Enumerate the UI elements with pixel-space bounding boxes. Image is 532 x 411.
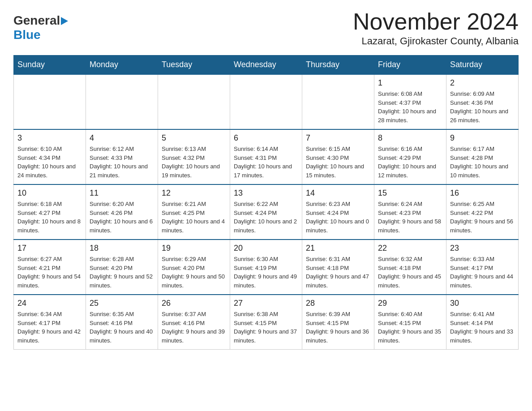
calendar-cell: 30Sunrise: 6:41 AMSunset: 4:14 PMDayligh… <box>446 295 519 350</box>
calendar-week-row: 1Sunrise: 6:08 AMSunset: 4:37 PMDaylight… <box>14 74 519 129</box>
day-info-line: Sunset: 4:24 PM <box>306 210 349 216</box>
day-info-line: Daylight: 9 hours and 36 minutes. <box>306 328 369 344</box>
day-info-line: Sunset: 4:18 PM <box>306 265 349 271</box>
day-info-line: Sunset: 4:15 PM <box>306 320 349 326</box>
day-info-line: Daylight: 9 hours and 39 minutes. <box>162 328 225 344</box>
day-info-line: Sunset: 4:29 PM <box>378 154 421 161</box>
day-number: 6 <box>234 133 298 143</box>
day-info: Sunrise: 6:37 AMSunset: 4:16 PMDaylight:… <box>162 310 226 345</box>
day-info-line: Sunrise: 6:16 AM <box>378 146 422 152</box>
day-info-line: Sunrise: 6:32 AM <box>378 256 422 262</box>
day-number: 12 <box>162 188 226 198</box>
day-info-line: Sunrise: 6:28 AM <box>90 256 134 262</box>
calendar-week-row: 17Sunrise: 6:27 AMSunset: 4:21 PMDayligh… <box>14 240 519 295</box>
day-info-line: Sunset: 4:33 PM <box>90 154 133 161</box>
day-info-line: Sunrise: 6:35 AM <box>90 311 134 317</box>
calendar-cell: 24Sunrise: 6:34 AMSunset: 4:17 PMDayligh… <box>14 295 86 350</box>
day-number: 23 <box>450 244 515 253</box>
calendar-cell: 9Sunrise: 6:17 AMSunset: 4:28 PMDaylight… <box>446 129 519 184</box>
day-info: Sunrise: 6:30 AMSunset: 4:19 PMDaylight:… <box>234 255 298 290</box>
day-info: Sunrise: 6:10 AMSunset: 4:34 PMDaylight:… <box>17 145 82 180</box>
day-info: Sunrise: 6:09 AMSunset: 4:36 PMDaylight:… <box>450 90 515 124</box>
day-info-line: Daylight: 10 hours and 24 minutes. <box>17 163 76 179</box>
day-number: 29 <box>378 299 442 308</box>
day-info-line: Sunset: 4:17 PM <box>450 265 493 271</box>
day-info-line: Daylight: 10 hours and 8 minutes. <box>17 218 81 234</box>
calendar-cell: 29Sunrise: 6:40 AMSunset: 4:15 PMDayligh… <box>374 295 446 350</box>
day-info-line: Sunrise: 6:15 AM <box>306 146 350 152</box>
day-info-line: Sunset: 4:21 PM <box>17 265 60 271</box>
calendar-cell: 13Sunrise: 6:22 AMSunset: 4:24 PMDayligh… <box>230 184 302 240</box>
day-info-line: Sunset: 4:34 PM <box>17 154 60 161</box>
day-info-line: Sunset: 4:27 PM <box>17 210 60 216</box>
day-info-line: Sunset: 4:23 PM <box>378 210 421 216</box>
logo: General Blue <box>13 13 69 42</box>
title-block: November 2024 Lazarat, Gjirokaster Count… <box>353 9 519 47</box>
day-info-line: Daylight: 10 hours and 4 minutes. <box>162 218 225 234</box>
day-info-line: Daylight: 9 hours and 54 minutes. <box>17 273 81 289</box>
day-number: 4 <box>90 133 154 143</box>
day-info-line: Daylight: 9 hours and 42 minutes. <box>17 328 81 344</box>
day-info: Sunrise: 6:34 AMSunset: 4:17 PMDaylight:… <box>17 310 82 345</box>
header-thursday: Thursday <box>302 56 374 75</box>
header-saturday: Saturday <box>446 56 519 75</box>
day-number: 13 <box>234 188 298 198</box>
header-monday: Monday <box>86 56 158 75</box>
calendar-cell: 20Sunrise: 6:30 AMSunset: 4:19 PMDayligh… <box>230 240 302 295</box>
day-info: Sunrise: 6:18 AMSunset: 4:27 PMDaylight:… <box>17 200 82 235</box>
day-number: 22 <box>378 244 442 253</box>
day-info: Sunrise: 6:25 AMSunset: 4:22 PMDaylight:… <box>450 200 515 235</box>
day-info-line: Sunset: 4:20 PM <box>90 265 133 271</box>
day-info-line: Sunrise: 6:08 AM <box>378 90 422 97</box>
day-info-line: Sunset: 4:28 PM <box>450 154 493 161</box>
day-number: 27 <box>234 299 298 308</box>
calendar-cell: 8Sunrise: 6:16 AMSunset: 4:29 PMDaylight… <box>374 129 446 184</box>
calendar-cell <box>230 74 302 129</box>
day-info-line: Daylight: 10 hours and 26 minutes. <box>450 108 508 124</box>
day-info-line: Sunset: 4:24 PM <box>234 210 277 216</box>
svg-marker-0 <box>61 17 68 25</box>
day-info-line: Sunrise: 6:17 AM <box>450 146 494 152</box>
calendar-cell <box>86 74 158 129</box>
day-info-line: Daylight: 10 hours and 21 minutes. <box>90 163 148 179</box>
day-info-line: Sunrise: 6:27 AM <box>17 256 62 262</box>
day-info: Sunrise: 6:33 AMSunset: 4:17 PMDaylight:… <box>450 255 515 290</box>
day-info-line: Sunset: 4:16 PM <box>90 320 133 326</box>
day-number: 18 <box>90 244 154 253</box>
day-number: 21 <box>306 244 370 253</box>
day-number: 17 <box>17 244 82 253</box>
day-info-line: Daylight: 9 hours and 49 minutes. <box>234 273 297 289</box>
day-number: 9 <box>450 133 515 143</box>
page-header: General Blue November 2024 Lazarat, Gjir… <box>13 9 519 47</box>
day-info: Sunrise: 6:32 AMSunset: 4:18 PMDaylight:… <box>378 255 442 290</box>
day-info-line: Sunrise: 6:40 AM <box>378 311 422 317</box>
logo-triangle-icon <box>61 16 69 26</box>
calendar-cell: 10Sunrise: 6:18 AMSunset: 4:27 PMDayligh… <box>14 184 86 240</box>
day-info: Sunrise: 6:20 AMSunset: 4:26 PMDaylight:… <box>90 200 154 235</box>
day-info: Sunrise: 6:38 AMSunset: 4:15 PMDaylight:… <box>234 310 298 345</box>
day-info-line: Sunrise: 6:29 AM <box>162 256 206 262</box>
calendar-cell: 18Sunrise: 6:28 AMSunset: 4:20 PMDayligh… <box>86 240 158 295</box>
calendar-cell: 11Sunrise: 6:20 AMSunset: 4:26 PMDayligh… <box>86 184 158 240</box>
day-number: 3 <box>17 133 82 143</box>
day-info: Sunrise: 6:17 AMSunset: 4:28 PMDaylight:… <box>450 145 515 180</box>
day-number: 19 <box>162 244 226 253</box>
day-info: Sunrise: 6:16 AMSunset: 4:29 PMDaylight:… <box>378 145 442 180</box>
day-info-line: Daylight: 9 hours and 58 minutes. <box>378 218 441 234</box>
header-tuesday: Tuesday <box>158 56 230 75</box>
day-number: 8 <box>378 133 442 143</box>
calendar-cell: 19Sunrise: 6:29 AMSunset: 4:20 PMDayligh… <box>158 240 230 295</box>
calendar-week-row: 3Sunrise: 6:10 AMSunset: 4:34 PMDaylight… <box>14 129 519 184</box>
day-info-line: Sunrise: 6:31 AM <box>306 256 350 262</box>
calendar-cell: 16Sunrise: 6:25 AMSunset: 4:22 PMDayligh… <box>446 184 519 240</box>
day-info: Sunrise: 6:24 AMSunset: 4:23 PMDaylight:… <box>378 200 442 235</box>
day-info-line: Daylight: 9 hours and 45 minutes. <box>378 273 441 289</box>
calendar-cell: 23Sunrise: 6:33 AMSunset: 4:17 PMDayligh… <box>446 240 519 295</box>
day-number: 11 <box>90 188 154 198</box>
day-info-line: Sunset: 4:17 PM <box>17 320 60 326</box>
day-info: Sunrise: 6:14 AMSunset: 4:31 PMDaylight:… <box>234 145 298 180</box>
calendar-cell <box>158 74 230 129</box>
calendar-cell: 27Sunrise: 6:38 AMSunset: 4:15 PMDayligh… <box>230 295 302 350</box>
day-info-line: Sunrise: 6:20 AM <box>90 201 134 207</box>
day-info: Sunrise: 6:22 AMSunset: 4:24 PMDaylight:… <box>234 200 298 235</box>
